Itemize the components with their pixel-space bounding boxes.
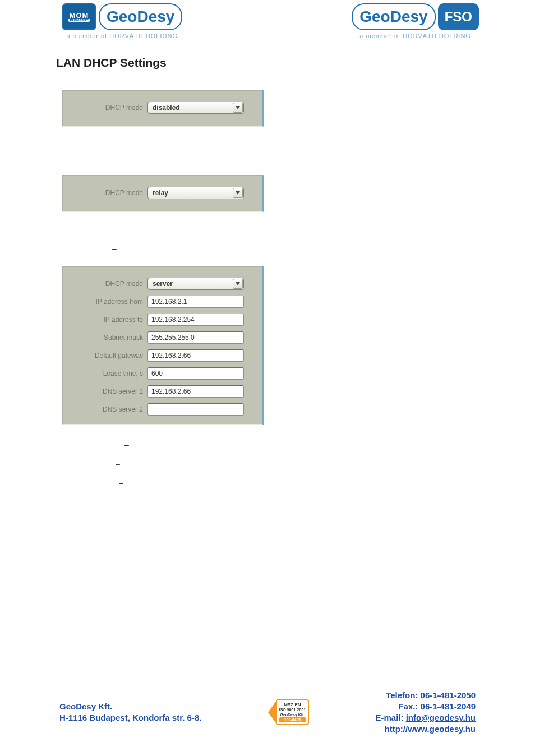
row-dhcp-mode: DHCP mode server <box>67 275 257 293</box>
row-subnet-mask: Subnet mask <box>67 329 257 347</box>
input-ip-from[interactable] <box>147 296 244 308</box>
row-default-gateway: Default gateway <box>67 347 257 365</box>
input-lease-time[interactable] <box>147 367 244 380</box>
row-dhcp-mode: DHCP mode relay <box>67 184 257 202</box>
label-ip-from: IP address from <box>67 298 147 306</box>
footer-email-line: E-mail: info@geodesy.hu <box>375 712 476 723</box>
fso-pill-icon: FSO <box>438 3 479 30</box>
label-dhcp-mode: DHCP mode <box>67 280 147 288</box>
label-dhcp-mode: DHCP mode <box>67 104 147 112</box>
footer-web: http://www.geodesy.hu <box>375 723 476 735</box>
select-value[interactable]: disabled <box>147 102 244 114</box>
dash-separator: – <box>112 533 118 546</box>
logo-left-badge: MOM BUDAPEST GeoDesy <box>62 3 182 30</box>
cert-line-2: GeoDesy Kft. <box>279 712 306 717</box>
logo-left: MOM BUDAPEST GeoDesy a member of HORVÁTH… <box>62 3 182 39</box>
header: MOM BUDAPEST GeoDesy a member of HORVÁTH… <box>0 0 535 39</box>
mom-chip-icon: MOM BUDAPEST <box>62 3 96 30</box>
dash-separator: – <box>112 147 118 160</box>
dash-separator: – <box>116 457 121 470</box>
select-value[interactable]: server <box>147 278 244 290</box>
input-dns1[interactable] <box>147 385 244 398</box>
footer-fax: Fax.: 06-1-481-2049 <box>375 701 476 712</box>
chevron-down-icon[interactable] <box>233 103 243 113</box>
footer-street: H-1116 Budapest, Kondorfa str. 6-8. <box>59 712 201 723</box>
dash-separator: – <box>124 437 130 451</box>
label-dns1: DNS server 1 <box>67 388 147 395</box>
label-dns2: DNS server 2 <box>67 405 147 413</box>
footer: GeoDesy Kft. H-1116 Budapest, Kondorfa s… <box>0 690 535 735</box>
geodesy-wordmark-right: GeoDesy <box>352 3 435 30</box>
row-ip-from: IP address from <box>67 293 257 311</box>
geodesy-wordmark-left: GeoDesy <box>99 3 182 30</box>
row-lease-time: Lease time, s <box>67 365 257 382</box>
panel-dhcp-disabled: DHCP mode disabled <box>62 90 264 127</box>
footer-email-label: E-mail: <box>375 713 405 722</box>
page-title: LAN DHCP Settings <box>56 56 535 70</box>
mom-subtext: BUDAPEST <box>68 19 89 22</box>
certification-badge-icon: MSZ EN ISO 9001:2001 GeoDesy Kft. 100-04… <box>268 699 309 725</box>
dash-separator: – <box>128 495 133 508</box>
panel-dhcp-server: DHCP mode server IP address from IP addr… <box>62 266 264 425</box>
input-default-gateway[interactable] <box>147 349 244 362</box>
dash-separator: – <box>108 514 113 527</box>
logo-right-badge: GeoDesy FSO <box>352 3 479 30</box>
dash-separator: – <box>119 476 124 489</box>
row-dhcp-mode: DHCP mode disabled <box>67 99 257 117</box>
panel-dhcp-relay: DHCP mode relay <box>62 175 264 212</box>
chevron-down-icon[interactable] <box>233 188 243 198</box>
label-subnet-mask: Subnet mask <box>67 334 147 342</box>
chevron-down-icon[interactable] <box>233 279 243 289</box>
cert-arrow-icon <box>268 700 277 725</box>
label-lease-time: Lease time, s <box>67 370 147 377</box>
dash-separator: – <box>112 241 118 255</box>
label-dhcp-mode: DHCP mode <box>67 189 147 197</box>
tagline-left: a member of HORVÁTH HOLDING <box>66 33 178 39</box>
dash-separator: – <box>112 74 118 87</box>
dash-list: – – – – – – <box>0 437 535 546</box>
label-ip-to: IP address to <box>67 316 147 324</box>
mom-text: MOM <box>70 12 89 19</box>
cert-text: MSZ EN ISO 9001:2001 GeoDesy Kft. 100-04… <box>277 699 309 725</box>
label-default-gateway: Default gateway <box>67 352 147 359</box>
logo-right: GeoDesy FSO a member of HORVÁTH HOLDING <box>352 3 479 39</box>
input-dns2[interactable] <box>147 403 244 416</box>
input-ip-to[interactable] <box>147 314 244 326</box>
cert-line-3: 100-0425 <box>279 717 306 722</box>
input-subnet-mask[interactable] <box>147 331 244 344</box>
cert-line-0: MSZ EN <box>279 702 306 707</box>
row-dns1: DNS server 1 <box>67 382 257 400</box>
row-dns2: DNS server 2 <box>67 400 257 418</box>
footer-email-link[interactable]: info@geodesy.hu <box>406 713 476 722</box>
footer-company: GeoDesy Kft. <box>59 701 201 712</box>
footer-phone: Telefon: 06-1-481-2050 <box>375 690 476 701</box>
select-dhcp-mode-relay[interactable]: relay <box>147 187 244 199</box>
select-dhcp-mode-server[interactable]: server <box>147 278 244 290</box>
select-value[interactable]: relay <box>147 187 244 199</box>
tagline-right: a member of HORVÁTH HOLDING <box>359 33 471 39</box>
cert-line-1: ISO 9001:2001 <box>279 707 306 712</box>
select-dhcp-mode-disabled[interactable]: disabled <box>147 102 244 114</box>
footer-contact: Telefon: 06-1-481-2050 Fax.: 06-1-481-20… <box>375 690 476 735</box>
row-ip-to: IP address to <box>67 311 257 329</box>
footer-address: GeoDesy Kft. H-1116 Budapest, Kondorfa s… <box>59 701 201 723</box>
